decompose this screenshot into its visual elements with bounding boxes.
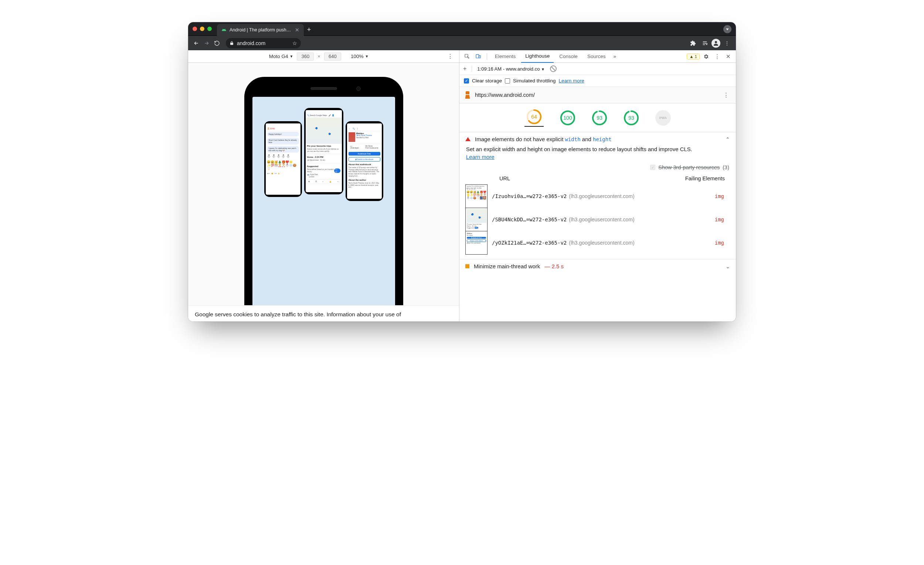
report-selector[interactable]: 1:09:16 AM - www.android.co ▼ — [477, 66, 545, 72]
mini-phone-messaging: 🤶 JOHN Happy holidays! Wow! Can't believ… — [264, 121, 302, 197]
warning-icon: ▲ — [689, 54, 693, 59]
lighthouse-toolbar: + 1:09:16 AM - www.android.co ▼ — [459, 63, 736, 75]
audited-url-row: https://www.android.com/ ⋮ — [459, 87, 736, 103]
audit-learn-more[interactable]: Learn more — [466, 154, 495, 160]
caret-down-icon: ▼ — [290, 54, 293, 58]
audit-rows: /Izuohvi0a…=w272-e365-v2(lh3.googleuserc… — [492, 184, 730, 255]
cookie-text: Google serves cookies to analyze traffic… — [195, 311, 401, 318]
clear-storage-label: Clear storage — [472, 78, 502, 84]
score-gauge[interactable]: 64 — [525, 109, 544, 127]
zoom-value: 100% — [351, 54, 364, 59]
pwa-gauge[interactable]: PWA — [655, 110, 671, 126]
traffic-lights — [192, 22, 217, 36]
browser-window: Android | The platform pushing ✕ + andro… — [188, 22, 736, 321]
clear-report-icon[interactable] — [549, 64, 558, 73]
audit2-value: — 2.5 s — [544, 263, 564, 270]
chrome-menu-icon[interactable]: ⋮ — [722, 40, 732, 46]
reading-list-icon[interactable] — [700, 40, 710, 46]
svg-rect-2 — [476, 54, 478, 58]
tab-elements[interactable]: Elements — [491, 50, 520, 63]
chevron-down-icon — [726, 28, 729, 30]
issues-badge[interactable]: ▲ 1 — [687, 54, 700, 60]
lighthouse-options: ✓ Clear storage Simulated throttling Lea… — [459, 75, 736, 87]
third-party-toggle[interactable]: ✓ Show 3rd-party resources (3) — [465, 163, 730, 174]
table-row: /SBU4NckDD…=w272-e365-v2(lh3.googleuserc… — [492, 217, 730, 222]
col-url: URL — [500, 175, 510, 181]
phone-screen[interactable]: 🤶 JOHN Happy holidays! Wow! Can't believ… — [252, 97, 395, 321]
minimize-icon[interactable] — [200, 27, 204, 31]
inspect-element-icon[interactable] — [462, 54, 472, 60]
browser-tab[interactable]: Android | The platform pushing ✕ — [217, 24, 304, 36]
audited-url: https://www.android.com/ — [475, 92, 717, 98]
devtools-tabbar: Elements Lighthouse Console Sources » ▲ … — [459, 50, 736, 63]
new-report-button[interactable]: + — [463, 65, 466, 72]
fail-triangle-icon — [465, 137, 471, 141]
url-text: android.com — [237, 40, 266, 46]
report-menu-icon[interactable]: ⋮ — [721, 91, 731, 98]
close-icon[interactable] — [192, 27, 197, 31]
table-row: /Izuohvi0a…=w272-e365-v2(lh3.googleuserc… — [492, 193, 730, 199]
cookie-banner: Google serves cookies to analyze traffic… — [188, 305, 459, 321]
thumbnail-strip: I guess I'm celebrating new year's eve w… — [465, 184, 488, 255]
devtools-settings-icon[interactable] — [701, 54, 711, 60]
back-button[interactable] — [192, 39, 201, 48]
zoom-icon[interactable] — [207, 27, 212, 31]
tab-search-button[interactable] — [723, 25, 732, 33]
audit-main-thread[interactable]: Minimize main-thread work — 2.5 s ⌃ — [459, 259, 736, 271]
audit2-title: Minimize main-thread work — [474, 263, 540, 270]
reload-button[interactable] — [213, 39, 221, 48]
devtools-close-icon[interactable]: ✕ — [723, 53, 733, 60]
height-input[interactable] — [324, 52, 341, 61]
devtools-menu-icon[interactable]: ⋮ — [712, 53, 722, 60]
caret-down-icon: ▼ — [365, 54, 369, 58]
phone-speaker-icon — [310, 87, 337, 90]
width-input[interactable] — [297, 52, 314, 61]
col-failing: Failing Elements — [685, 175, 725, 181]
score-gauge[interactable]: 93 — [624, 110, 639, 126]
forward-button[interactable] — [202, 39, 211, 48]
audit-table-header: URL Failing Elements — [465, 174, 730, 184]
svg-rect-3 — [479, 55, 480, 58]
clear-storage-checkbox[interactable]: ✓ — [464, 78, 469, 84]
device-toolbar: Moto G4 ▼ × 100% ▼ ⋮ — [188, 50, 459, 63]
tab-console[interactable]: Console — [555, 50, 582, 63]
titlebar: Android | The platform pushing ✕ + — [188, 22, 736, 36]
tab-title: Android | The platform pushing — [230, 27, 292, 33]
score-gauge[interactable]: 100 — [560, 110, 576, 126]
more-tabs-icon[interactable]: » — [611, 50, 618, 63]
chevron-up-icon: ⌃ — [726, 136, 730, 142]
score-gauge[interactable]: 93 — [592, 110, 607, 126]
table-row: /yOZkI21aE…=w272-e365-v2(lh3.googleuserc… — [492, 240, 730, 246]
devtools-panel: Elements Lighthouse Console Sources » ▲ … — [459, 50, 736, 321]
tab-lighthouse[interactable]: Lighthouse — [521, 50, 554, 63]
device-name: Moto G4 — [269, 54, 288, 59]
lock-icon — [230, 40, 234, 45]
svg-point-0 — [715, 41, 717, 43]
simulated-throttling-checkbox[interactable] — [505, 78, 510, 84]
phone-camera-icon — [356, 87, 361, 91]
lighthouse-icon — [465, 91, 471, 99]
device-toggle-icon[interactable] — [474, 54, 483, 60]
chevron-down-icon: ⌃ — [726, 264, 730, 270]
learn-more-link[interactable]: Learn more — [559, 78, 584, 84]
audit-title: Image elements do not have explicit widt… — [475, 136, 612, 142]
score-gauges: 64 100 93 93 PWA — [459, 103, 736, 132]
device-viewport: Moto G4 ▼ × 100% ▼ ⋮ — [188, 50, 459, 321]
zoom-selector[interactable]: 100% ▼ — [351, 54, 369, 59]
mini-phone-maps: 🔍 Search Google Maps 🎤 👤 Pin your favour… — [304, 108, 344, 194]
profile-avatar[interactable] — [711, 39, 720, 48]
audit-image-dimensions: Image elements do not have explicit widt… — [459, 132, 736, 259]
audit-header[interactable]: Image elements do not have explicit widt… — [465, 136, 730, 142]
mini-phone-books: ← 🔍 ⋮ Walden Henry David Thoreau Narrate… — [346, 121, 383, 201]
phone-frame: 🤶 JOHN Happy holidays! Wow! Can't believ… — [244, 77, 403, 321]
tab-sources[interactable]: Sources — [583, 50, 610, 63]
device-toolbar-menu-icon[interactable]: ⋮ — [447, 53, 453, 60]
third-party-checkbox[interactable]: ✓ — [650, 165, 655, 170]
device-selector[interactable]: Moto G4 ▼ — [269, 54, 294, 59]
extensions-icon[interactable] — [688, 40, 698, 46]
bookmark-star-icon[interactable]: ☆ — [292, 40, 297, 46]
omnibox[interactable]: android.com ☆ — [226, 38, 301, 48]
emulated-canvas: 🤶 JOHN Happy holidays! Wow! Can't believ… — [188, 63, 459, 321]
tab-close-icon[interactable]: ✕ — [295, 27, 299, 33]
new-tab-button[interactable]: + — [304, 24, 314, 36]
